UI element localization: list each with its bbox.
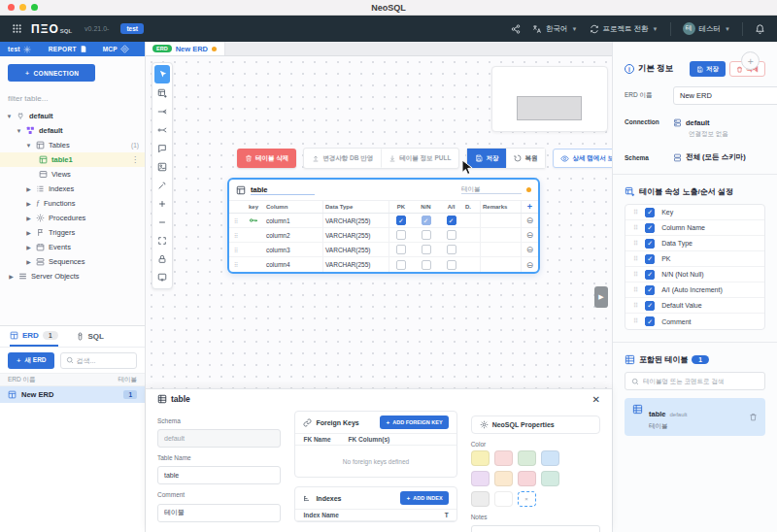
attr-checkbox[interactable] [645,239,655,249]
attr-checkbox[interactable] [645,301,655,311]
color-swatch-gray[interactable] [471,491,490,507]
tree-item-server-objects[interactable]: ▶ Server Objects [0,269,145,283]
view-detail-button[interactable]: 상세 탭에서 보기 [553,149,612,168]
pk-checkbox[interactable] [396,216,406,225]
project-switch[interactable]: 프로젝트 전환▼ [590,24,659,34]
pk-checkbox[interactable] [396,260,406,270]
schema-value[interactable]: 전체 (모든 스키마) [673,152,746,162]
attr-row-data-type[interactable]: ⠿Data Type [625,236,764,251]
table-name-field[interactable] [157,466,281,484]
attr-checkbox[interactable] [645,285,655,295]
chevron-down-icon[interactable]: ▼ [25,143,32,149]
table-comment-input[interactable] [461,186,522,194]
tree-item-events[interactable]: ▶ Events [0,240,145,254]
tree-item-functions[interactable]: ▶ ƒ Functions [0,196,145,211]
attr-row-pk[interactable]: ⠿PK [625,251,764,267]
chevron-right-icon[interactable]: ▶ [25,244,32,250]
notes-field[interactable] [471,525,600,532]
drag-handle[interactable]: ⠿ [229,214,243,227]
chevron-down-icon[interactable]: ▼ [6,114,13,119]
pk-checkbox[interactable] [396,245,406,254]
chevron-right-icon[interactable]: ▶ [25,185,32,192]
diagram-row-column1[interactable]: ⠿ column1 VARCHAR(255) ⊖ [229,214,538,228]
attr-checkbox[interactable] [645,270,655,280]
attr-row-comment[interactable]: ⠿Comment [625,314,764,329]
add-column-button[interactable]: + [521,201,538,213]
comment-field[interactable] [157,504,281,522]
add-foreign-key-button[interactable]: ＋ ADD FOREIGN KEY [380,416,449,429]
bell-icon[interactable] [755,23,765,34]
add-connection-button[interactable]: ＋CONNECTION [8,64,95,82]
lock-button[interactable] [154,249,170,268]
attr-row-default-value[interactable]: ⠿Default Value [625,298,764,314]
gear-icon[interactable] [23,46,31,53]
pk-checkbox[interactable] [396,230,406,240]
comment-tool-button[interactable] [154,139,170,157]
diagram-row-column3[interactable]: ⠿ column3 VARCHAR(255) ⊖ [229,243,538,257]
chevron-right-icon[interactable]: ▶ [25,258,32,265]
relation-nullable-tool-button[interactable] [154,120,170,139]
color-swatch-yellow[interactable] [471,450,490,466]
chevron-right-icon[interactable]: ▶ [25,200,32,207]
color-swatch-mint[interactable] [541,471,559,486]
table-name-input[interactable] [251,185,315,195]
auto-increment-checkbox[interactable] [447,260,456,270]
color-swatch-none[interactable]: × [518,491,536,507]
share-icon[interactable] [511,24,521,34]
workspace-name[interactable]: test [8,46,31,53]
color-swatch-purple[interactable] [471,471,490,486]
erd-search[interactable] [60,352,137,369]
color-swatch-blue[interactable] [541,450,559,466]
drag-handle[interactable]: ⠿ [633,255,638,263]
tree-item-schema[interactable]: ▼ default [0,123,145,138]
diagram-row-column2[interactable]: ⠿ column2 VARCHAR(255) ⊖ [229,228,538,243]
attr-checkbox[interactable] [645,254,655,264]
drag-handle[interactable]: ⠿ [633,302,638,310]
remove-column-button[interactable]: ⊖ [521,257,538,272]
attr-checkbox[interactable] [645,208,655,217]
tab-erd[interactable]: ERD 1 [10,326,58,347]
remove-column-button[interactable]: ⊖ [521,243,538,256]
included-table-item[interactable]: tabledefault 테이블 [625,398,765,436]
apps-grid-icon[interactable] [12,23,22,34]
add-table-tool-button[interactable] [154,83,170,102]
drag-handle[interactable]: ⠿ [229,257,243,272]
drag-handle[interactable]: ⠿ [633,286,638,294]
add-index-button[interactable]: ＋ ADD INDEX [400,491,449,505]
diagram-row-column4[interactable]: ⠿ column4 VARCHAR(255) ⊖ [229,257,538,272]
tree-item-procedures[interactable]: ▶ Procedures [0,211,145,225]
erd-save-button[interactable]: 저장 [690,61,726,77]
select-tool-button[interactable] [154,65,170,83]
drag-handle[interactable]: ⠿ [633,271,638,279]
image-tool-button[interactable] [154,157,170,176]
export-image-button[interactable] [154,268,170,286]
filter-table-input[interactable] [8,94,136,103]
not-null-checkbox[interactable] [422,230,431,240]
drag-handle[interactable]: ⠿ [633,224,638,232]
language-selector[interactable]: 한국어▼ [532,24,577,34]
more-options-icon[interactable]: ⋮ [131,155,139,164]
chevron-right-icon[interactable]: ▶ [25,229,32,236]
attr-row-key[interactable]: ⠿Key [625,205,764,220]
new-erd-button[interactable]: ＋새 ERD [8,352,54,369]
tree-item-views[interactable]: Views [0,167,145,182]
attr-row-not-null[interactable]: ⠿N/N (Not Null) [625,267,764,283]
tree-item-indexes[interactable]: ▶ Indexes [0,182,145,196]
attr-row-auto-increment[interactable]: ⠿A/I (Auto Increment) [625,283,764,298]
minimap[interactable] [491,66,608,132]
tree-item-table1[interactable]: table1 ⋮ [0,152,145,167]
zoom-in-button[interactable] [154,194,170,213]
erd-search-input[interactable] [77,357,131,364]
close-icon[interactable]: ✕ [592,394,600,405]
remove-column-button[interactable]: ⊖ [521,214,538,227]
chevron-right-icon[interactable]: ▶ [25,215,32,221]
attr-checkbox[interactable] [645,316,655,326]
not-null-checkbox[interactable] [422,216,431,225]
included-table-search[interactable] [625,372,765,390]
fit-view-button[interactable] [154,231,170,249]
mcp-menu[interactable]: MCP [103,45,129,53]
not-null-checkbox[interactable] [422,245,431,254]
erd-canvas[interactable]: 테이블 삭제 변경사항 DB 반영 테이블 정보 PULL 저장 [146,56,612,388]
erd-name-input[interactable] [673,86,777,105]
chevron-right-icon[interactable]: ▶ [8,273,15,280]
